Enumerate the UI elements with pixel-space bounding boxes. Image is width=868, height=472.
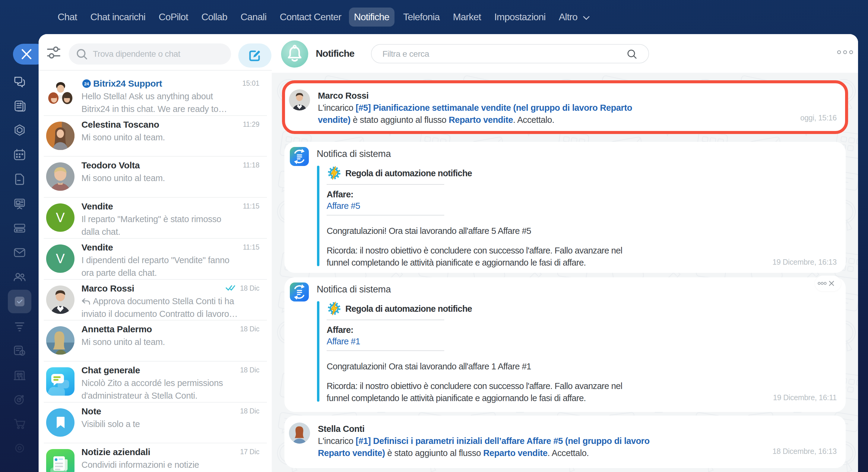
svg-text:24: 24	[84, 82, 89, 86]
